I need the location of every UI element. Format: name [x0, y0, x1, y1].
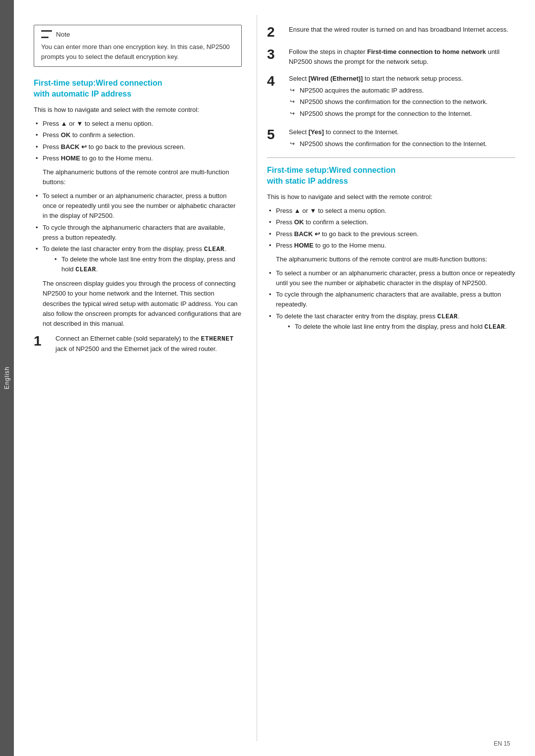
left-step-1: 1 Connect an Ethernet cable (sold separa… — [34, 334, 242, 354]
right-step-4: 4 Select [Wired (Ethernet)] to start the… — [267, 74, 515, 120]
side-tab-label: English — [3, 366, 10, 389]
right-s2-mf-bullet-1: To select a number or an alphanumeric ch… — [267, 268, 515, 288]
right-s2-bullet-3: Press BACK ↩ to go back to the previous … — [267, 229, 515, 239]
left-section-heading: First‑time setup:Wired connectionwith au… — [34, 78, 242, 99]
page-footer: EN 15 — [494, 740, 510, 747]
left-mf-bullet-1: To select a number or an alphanumeric ch… — [34, 191, 242, 221]
right-section2-heading: First‑time setup:Wired connectionwith st… — [267, 157, 515, 186]
step5-number: 5 — [267, 127, 285, 143]
left-bullet-3: Press BACK ↩ to go back to the previous … — [34, 142, 242, 152]
left-mf-bullet-2: To cycle through the alphanumeric charac… — [34, 223, 242, 243]
right-s2-bullet-4: Press HOME to go to the Home menu. — [267, 241, 515, 251]
right-s2-sub-bullets: To delete the whole last line entry from… — [286, 322, 515, 332]
note-icon — [41, 30, 52, 38]
step2-number: 2 — [267, 25, 285, 40]
left-multifunction-para: The alphanumeric buttons of the remote c… — [43, 167, 242, 187]
left-sub-bullet-1: To delete the whole last line entry from… — [53, 254, 242, 275]
right-s2-bullet-1: Press ▲ or ▼ to select a menu option. — [267, 206, 515, 216]
left-sub-bullets: To delete the whole last line entry from… — [53, 254, 242, 275]
left-bullets: Press ▲ or ▼ to select a menu option. Pr… — [34, 119, 242, 163]
note-box: Note You can enter more than one encrypt… — [34, 25, 242, 67]
right-s2-mf-bullet-2: To cycle through the alphanumeric charac… — [267, 290, 515, 309]
right-section2-intro: This is how to navigate and select with … — [267, 192, 515, 202]
step4-arrow-3: NP2500 shows the prompt for the connecti… — [289, 109, 515, 119]
note-header: Note — [41, 30, 234, 38]
side-tab: English — [0, 0, 14, 756]
right-column: 2 Ensure that the wired router is turned… — [257, 15, 535, 741]
note-title: Note — [56, 31, 70, 38]
left-multifunction-bullets: To select a number or an alphanumeric ch… — [34, 191, 242, 275]
note-body: You can enter more than one encryption k… — [41, 42, 234, 61]
step3-content: Follow the steps in chapter First-time c… — [289, 47, 515, 67]
step5-arrows: NP2500 shows the confirmation for the co… — [289, 139, 515, 149]
left-bullet-2: Press OK to confirm a selection. — [34, 130, 242, 140]
step1-content: Connect an Ethernet cable (sold separate… — [55, 334, 242, 354]
left-column: Note You can enter more than one encrypt… — [14, 15, 257, 741]
step5-content: Select [Yes] to connect to the Internet.… — [289, 127, 515, 151]
right-s2-multifunction-para: The alphanumeric buttons of the remote c… — [276, 254, 515, 264]
step1-number: 1 — [34, 334, 52, 349]
step4-content: Select [Wired (Ethernet)] to start the n… — [289, 74, 515, 120]
right-s2-sub-bullet-1: To delete the whole last line entry from… — [286, 322, 515, 332]
right-step-3: 3 Follow the steps in chapter First-time… — [267, 47, 515, 67]
right-s2-bullet-2: Press OK to confirm a selection. — [267, 217, 515, 227]
right-step-2: 2 Ensure that the wired router is turned… — [267, 25, 515, 40]
step4-arrow-1: NP2500 acquires the automatic IP address… — [289, 86, 515, 96]
step4-arrow-2: NP2500 shows the confirmation for the co… — [289, 97, 515, 107]
left-bullet-4: Press HOME to go to the Home menu. — [34, 153, 242, 163]
left-mf-bullet-3: To delete the last character entry from … — [34, 244, 242, 275]
left-onscreen-para: The onscreen display guides you through … — [43, 279, 242, 329]
right-s2-mf-bullet-3: To delete the last character entry from … — [267, 311, 515, 332]
step4-number: 4 — [267, 74, 285, 89]
step3-number: 3 — [267, 47, 285, 62]
left-intro: This is how to navigate and select with … — [34, 105, 242, 115]
left-bullet-1: Press ▲ or ▼ to select a menu option. — [34, 119, 242, 129]
step2-content: Ensure that the wired router is turned o… — [289, 25, 515, 35]
right-step-5: 5 Select [Yes] to connect to the Interne… — [267, 127, 515, 151]
step5-arrow-1: NP2500 shows the confirmation for the co… — [289, 139, 515, 149]
step4-arrows: NP2500 acquires the automatic IP address… — [289, 86, 515, 118]
right-section2-bullets: Press ▲ or ▼ to select a menu option. Pr… — [267, 206, 515, 251]
right-s2-multifunction-bullets: To select a number or an alphanumeric ch… — [267, 268, 515, 332]
